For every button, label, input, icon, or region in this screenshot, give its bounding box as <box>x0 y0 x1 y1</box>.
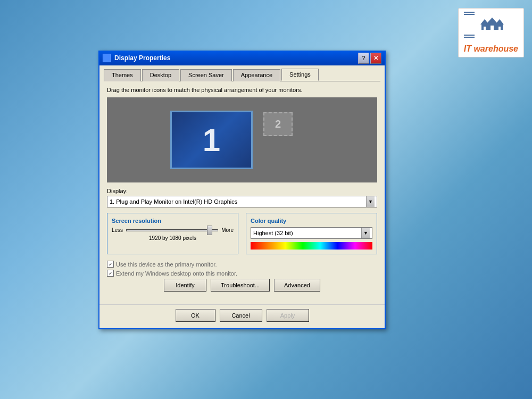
ok-button[interactable]: OK <box>176 309 215 322</box>
color-quality-section: Color quality Highest (32 bit) ▼ <box>246 213 377 254</box>
svg-rect-5 <box>491 26 494 30</box>
tab-desktop[interactable]: Desktop <box>142 69 179 81</box>
display-label: Display: <box>107 188 377 194</box>
checkbox-extend-desktop: ✓ Extend my Windows desktop onto this mo… <box>107 270 377 277</box>
svg-marker-0 <box>480 19 489 24</box>
display-dropdown[interactable]: 1. Plug and Play Monitor on Intel(R) HD … <box>107 196 377 207</box>
color-quality-title: Color quality <box>251 218 372 224</box>
monitor-2[interactable]: 2 <box>263 112 293 136</box>
identify-button[interactable]: Identify <box>164 279 206 292</box>
logo-text: IT warehouse <box>464 44 518 53</box>
slider-row: Less More <box>112 227 234 233</box>
less-label: Less <box>112 227 123 233</box>
troubleshoot-button[interactable]: Troubleshoot... <box>211 279 270 292</box>
logo-houses-icon <box>475 15 507 34</box>
action-buttons: Identify Troubleshoot... Advanced <box>107 279 377 292</box>
cancel-button[interactable]: Cancel <box>220 309 262 322</box>
color-quality-value: Highest (32 bit) <box>253 230 293 236</box>
color-quality-arrow: ▼ <box>361 228 370 238</box>
display-dropdown-arrow: ▼ <box>366 196 375 207</box>
screen-resolution-section: Screen resolution Less More 1920 by 1080… <box>107 213 238 254</box>
slider-thumb[interactable] <box>207 226 212 235</box>
svg-marker-3 <box>487 18 497 23</box>
title-bar-left: Display Properties <box>103 54 170 62</box>
monitor-1-number: 1 <box>203 122 220 159</box>
monitor-2-number: 2 <box>275 118 281 130</box>
color-quality-dropdown[interactable]: Highest (32 bit) ▼ <box>251 227 372 239</box>
dialog-action-row: OK Cancel Apply <box>99 304 385 328</box>
title-bar: Display Properties ? ✕ <box>99 51 385 65</box>
apply-button[interactable]: Apply <box>267 309 309 322</box>
checkbox-extend-input[interactable]: ✓ <box>107 270 114 277</box>
close-button[interactable]: ✕ <box>370 53 381 64</box>
checkbox-primary-input[interactable]: ✓ <box>107 261 114 268</box>
logo-decoration-right <box>464 35 516 38</box>
advanced-button[interactable]: Advanced <box>274 279 320 292</box>
tab-settings[interactable]: Settings <box>281 69 319 81</box>
more-label: More <box>221 227 234 233</box>
dialog-content: Drag the monitor icons to match the phys… <box>99 81 385 304</box>
tab-appearance[interactable]: Appearance <box>233 69 280 81</box>
monitor-1[interactable]: 1 <box>170 111 253 169</box>
checkbox-extend-label: Extend my Windows desktop onto this moni… <box>116 270 237 277</box>
title-bar-buttons: ? ✕ <box>358 53 381 64</box>
svg-rect-8 <box>498 27 501 30</box>
dialog-icon <box>103 54 111 62</box>
resolution-value: 1920 by 1080 pixels <box>112 235 234 241</box>
resolution-slider[interactable] <box>126 229 218 231</box>
dialog-title: Display Properties <box>114 54 170 62</box>
display-dropdown-value: 1. Plug and Play Monitor on Intel(R) HD … <box>110 198 237 205</box>
svg-rect-2 <box>484 27 486 30</box>
checkbox-primary-label: Use this device as the primary monitor. <box>116 261 217 268</box>
color-bar <box>251 242 372 250</box>
svg-marker-6 <box>495 19 504 24</box>
two-column-section: Screen resolution Less More 1920 by 1080… <box>107 213 377 254</box>
instruction-text: Drag the monitor icons to match the phys… <box>107 87 377 93</box>
tab-screensaver[interactable]: Screen Saver <box>180 69 232 81</box>
checkbox-primary-monitor: ✓ Use this device as the primary monitor… <box>107 261 377 268</box>
tab-themes[interactable]: Themes <box>104 69 141 81</box>
display-section: Display: 1. Plug and Play Monitor on Int… <box>107 188 377 207</box>
help-button[interactable]: ? <box>358 53 369 64</box>
monitor-display-area: 1 2 <box>107 97 377 182</box>
display-properties-dialog: Display Properties ? ✕ Themes Desktop Sc… <box>98 51 386 329</box>
it-warehouse-logo: IT warehouse <box>458 8 524 57</box>
tabs-container: Themes Desktop Screen Saver Appearance S… <box>99 65 385 81</box>
screen-resolution-title: Screen resolution <box>112 218 234 224</box>
